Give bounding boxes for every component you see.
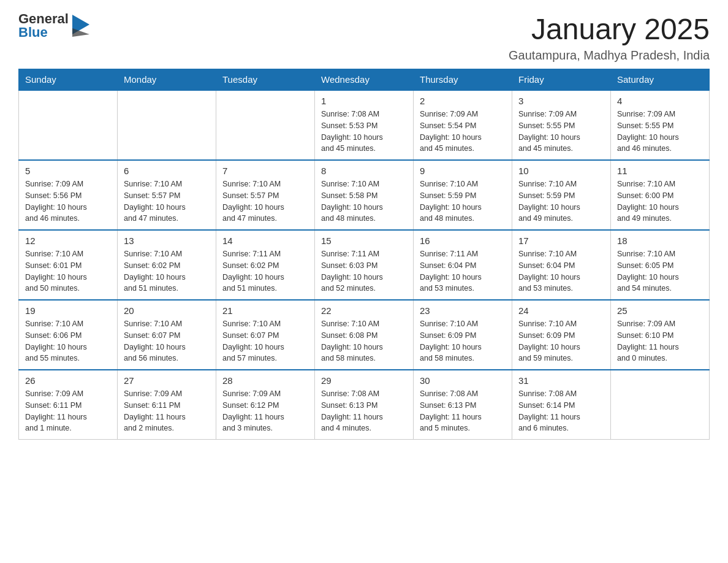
day-info: Sunrise: 7:10 AMSunset: 6:02 PMDaylight:… — [124, 248, 210, 294]
calendar-cell: 11Sunrise: 7:10 AMSunset: 6:00 PMDayligh… — [611, 160, 710, 230]
calendar-cell: 3Sunrise: 7:09 AMSunset: 5:55 PMDaylight… — [512, 90, 611, 160]
svg-marker-1 — [72, 28, 89, 37]
day-info: Sunrise: 7:11 AMSunset: 6:02 PMDaylight:… — [222, 248, 308, 294]
page-header: General Blue January 2025 Gautampura, Ma… — [18, 12, 710, 63]
day-info: Sunrise: 7:10 AMSunset: 6:05 PMDaylight:… — [617, 248, 703, 294]
day-number: 12 — [25, 236, 111, 246]
calendar-cell: 14Sunrise: 7:11 AMSunset: 6:02 PMDayligh… — [216, 230, 315, 300]
day-number: 31 — [518, 375, 604, 386]
calendar-week-row: 5Sunrise: 7:09 AMSunset: 5:56 PMDaylight… — [19, 160, 710, 230]
calendar-table: SundayMondayTuesdayWednesdayThursdayFrid… — [18, 69, 710, 440]
logo-text-block: General Blue — [18, 12, 69, 39]
day-number: 17 — [518, 236, 604, 246]
day-info: Sunrise: 7:10 AMSunset: 6:06 PMDaylight:… — [25, 318, 111, 364]
logo-container: General Blue — [18, 12, 89, 39]
day-info: Sunrise: 7:10 AMSunset: 6:00 PMDaylight:… — [617, 178, 703, 224]
calendar-cell: 27Sunrise: 7:09 AMSunset: 6:11 PMDayligh… — [118, 370, 216, 440]
day-info: Sunrise: 7:10 AMSunset: 6:09 PMDaylight:… — [420, 318, 506, 364]
day-info: Sunrise: 7:10 AMSunset: 6:04 PMDaylight:… — [518, 248, 604, 294]
day-number: 27 — [124, 375, 210, 386]
calendar-week-row: 19Sunrise: 7:10 AMSunset: 6:06 PMDayligh… — [19, 300, 710, 370]
day-info: Sunrise: 7:09 AMSunset: 6:10 PMDaylight:… — [617, 318, 703, 364]
day-info: Sunrise: 7:11 AMSunset: 6:04 PMDaylight:… — [420, 248, 506, 294]
day-info: Sunrise: 7:09 AMSunset: 5:54 PMDaylight:… — [420, 109, 506, 155]
column-header-wednesday: Wednesday — [315, 69, 414, 91]
calendar-cell: 8Sunrise: 7:10 AMSunset: 5:58 PMDaylight… — [315, 160, 414, 230]
calendar-cell: 29Sunrise: 7:08 AMSunset: 6:13 PMDayligh… — [315, 370, 414, 440]
logo-blue: Blue — [18, 26, 69, 39]
day-info: Sunrise: 7:10 AMSunset: 6:01 PMDaylight:… — [25, 248, 111, 294]
calendar-cell: 17Sunrise: 7:10 AMSunset: 6:04 PMDayligh… — [512, 230, 611, 300]
day-info: Sunrise: 7:09 AMSunset: 6:11 PMDaylight:… — [25, 388, 111, 434]
day-info: Sunrise: 7:10 AMSunset: 5:57 PMDaylight:… — [222, 178, 308, 224]
day-number: 9 — [420, 166, 506, 176]
calendar-cell — [118, 90, 216, 160]
month-title: January 2025 — [509, 12, 710, 46]
day-number: 14 — [222, 236, 308, 246]
calendar-cell — [19, 90, 118, 160]
calendar-cell — [611, 370, 710, 440]
calendar-cell: 18Sunrise: 7:10 AMSunset: 6:05 PMDayligh… — [611, 230, 710, 300]
day-number: 28 — [222, 375, 308, 386]
calendar-cell: 25Sunrise: 7:09 AMSunset: 6:10 PMDayligh… — [611, 300, 710, 370]
calendar-cell: 1Sunrise: 7:08 AMSunset: 5:53 PMDaylight… — [315, 90, 414, 160]
day-info: Sunrise: 7:09 AMSunset: 6:12 PMDaylight:… — [222, 388, 308, 434]
day-number: 18 — [617, 236, 703, 246]
day-number: 15 — [321, 236, 407, 246]
calendar-cell: 28Sunrise: 7:09 AMSunset: 6:12 PMDayligh… — [216, 370, 315, 440]
day-info: Sunrise: 7:10 AMSunset: 6:09 PMDaylight:… — [518, 318, 604, 364]
day-info: Sunrise: 7:09 AMSunset: 5:55 PMDaylight:… — [617, 109, 703, 155]
calendar-cell: 10Sunrise: 7:10 AMSunset: 5:59 PMDayligh… — [512, 160, 611, 230]
calendar-header-row: SundayMondayTuesdayWednesdayThursdayFrid… — [19, 69, 710, 91]
day-number: 8 — [321, 166, 407, 176]
day-info: Sunrise: 7:08 AMSunset: 5:53 PMDaylight:… — [321, 109, 407, 155]
day-info: Sunrise: 7:10 AMSunset: 6:08 PMDaylight:… — [321, 318, 407, 364]
calendar-cell: 13Sunrise: 7:10 AMSunset: 6:02 PMDayligh… — [118, 230, 216, 300]
day-number: 25 — [617, 305, 703, 316]
calendar-cell: 2Sunrise: 7:09 AMSunset: 5:54 PMDaylight… — [414, 90, 512, 160]
calendar-cell: 16Sunrise: 7:11 AMSunset: 6:04 PMDayligh… — [414, 230, 512, 300]
calendar-cell: 9Sunrise: 7:10 AMSunset: 5:59 PMDaylight… — [414, 160, 512, 230]
day-number: 10 — [518, 166, 604, 176]
calendar-cell: 4Sunrise: 7:09 AMSunset: 5:55 PMDaylight… — [611, 90, 710, 160]
calendar-cell: 22Sunrise: 7:10 AMSunset: 6:08 PMDayligh… — [315, 300, 414, 370]
calendar-cell: 23Sunrise: 7:10 AMSunset: 6:09 PMDayligh… — [414, 300, 512, 370]
day-number: 4 — [617, 96, 703, 106]
day-number: 24 — [518, 305, 604, 316]
day-info: Sunrise: 7:10 AMSunset: 5:58 PMDaylight:… — [321, 178, 407, 224]
day-number: 1 — [321, 96, 407, 106]
calendar-week-row: 26Sunrise: 7:09 AMSunset: 6:11 PMDayligh… — [19, 370, 710, 440]
calendar-cell: 26Sunrise: 7:09 AMSunset: 6:11 PMDayligh… — [19, 370, 118, 440]
calendar-cell: 31Sunrise: 7:08 AMSunset: 6:14 PMDayligh… — [512, 370, 611, 440]
calendar-cell: 7Sunrise: 7:10 AMSunset: 5:57 PMDaylight… — [216, 160, 315, 230]
day-number: 19 — [25, 305, 111, 316]
day-number: 22 — [321, 305, 407, 316]
day-info: Sunrise: 7:09 AMSunset: 5:55 PMDaylight:… — [518, 109, 604, 155]
day-info: Sunrise: 7:10 AMSunset: 5:59 PMDaylight:… — [518, 178, 604, 224]
day-number: 26 — [25, 375, 111, 386]
column-header-tuesday: Tuesday — [216, 69, 315, 91]
column-header-sunday: Sunday — [19, 69, 118, 91]
calendar-cell: 30Sunrise: 7:08 AMSunset: 6:13 PMDayligh… — [414, 370, 512, 440]
day-info: Sunrise: 7:08 AMSunset: 6:14 PMDaylight:… — [518, 388, 604, 434]
calendar-cell — [216, 90, 315, 160]
location-text: Gautampura, Madhya Pradesh, India — [509, 48, 710, 63]
column-header-monday: Monday — [118, 69, 216, 91]
calendar-week-row: 12Sunrise: 7:10 AMSunset: 6:01 PMDayligh… — [19, 230, 710, 300]
day-info: Sunrise: 7:11 AMSunset: 6:03 PMDaylight:… — [321, 248, 407, 294]
logo-general: General — [18, 12, 69, 26]
column-header-saturday: Saturday — [611, 69, 710, 91]
day-number: 7 — [222, 166, 308, 176]
day-info: Sunrise: 7:10 AMSunset: 5:57 PMDaylight:… — [124, 178, 210, 224]
day-info: Sunrise: 7:10 AMSunset: 6:07 PMDaylight:… — [222, 318, 308, 364]
day-number: 30 — [420, 375, 506, 386]
logo-triangle-icon — [70, 15, 89, 37]
day-number: 20 — [124, 305, 210, 316]
column-header-friday: Friday — [512, 69, 611, 91]
calendar-cell: 5Sunrise: 7:09 AMSunset: 5:56 PMDaylight… — [19, 160, 118, 230]
calendar-week-row: 1Sunrise: 7:08 AMSunset: 5:53 PMDaylight… — [19, 90, 710, 160]
calendar-cell: 24Sunrise: 7:10 AMSunset: 6:09 PMDayligh… — [512, 300, 611, 370]
day-number: 11 — [617, 166, 703, 176]
day-info: Sunrise: 7:10 AMSunset: 5:59 PMDaylight:… — [420, 178, 506, 224]
day-number: 29 — [321, 375, 407, 386]
